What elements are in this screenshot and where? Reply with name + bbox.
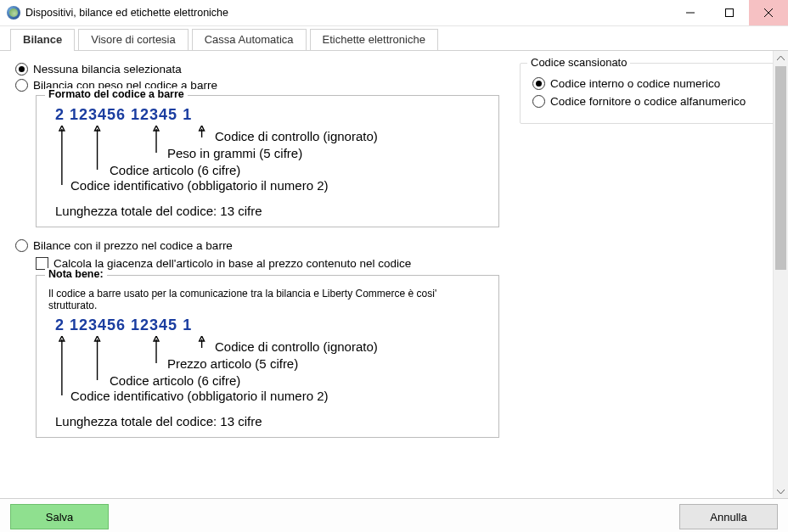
tab-row: Bilance Visore di cortesia Cassa Automat… (0, 26, 788, 51)
minimize-icon (686, 8, 695, 17)
label-id-weight: Codice identificativo (obbligatorio il n… (70, 178, 329, 193)
app-icon (7, 6, 20, 20)
barcode-note-box: Nota bene: Il codice a barre usato per l… (36, 275, 499, 438)
barcode-digits-price: 2 123456 12345 1 (55, 316, 487, 334)
label-price: Prezzo articolo (5 cifre) (167, 356, 298, 371)
cancel-button[interactable]: Annulla (679, 504, 778, 529)
vertical-scrollbar[interactable] (773, 51, 788, 498)
radio-internal[interactable] (532, 77, 545, 90)
radio-none[interactable] (15, 63, 28, 76)
label-length-price: Lunghezza totale del codice: 13 cifre (55, 414, 487, 428)
scroll-down-button[interactable] (774, 484, 788, 498)
save-button[interactable]: Salva (10, 504, 109, 529)
chevron-down-icon (777, 489, 785, 494)
tab-content: Nessuna bilancia selezionata Bilancia co… (0, 51, 773, 498)
maximize-icon (725, 8, 734, 17)
radio-internal-row[interactable]: Codice interno o codice numerico (532, 77, 762, 90)
window-title: Dispositivi, bilance ed etichette elettr… (25, 7, 228, 19)
label-control-weight: Codice di controllo (ignorato) (215, 129, 378, 143)
radio-none-row[interactable]: Nessuna bilancia selezionata (15, 63, 499, 76)
label-article-price: Codice articolo (6 cifre) (110, 373, 240, 388)
minimize-button[interactable] (671, 0, 710, 25)
titlebar: Dispositivi, bilance ed etichette elettr… (0, 0, 788, 26)
tab-cassa[interactable]: Cassa Automatica (192, 29, 307, 50)
barcode-note-legend: Nota bene: (45, 268, 107, 280)
label-article-weight: Codice articolo (6 cifre) (110, 163, 240, 177)
radio-weight[interactable] (15, 79, 28, 92)
tab-etichette[interactable]: Etichette elettroniche (310, 29, 438, 50)
tab-visore[interactable]: Visore di cortesia (78, 29, 188, 50)
radio-none-label: Nessuna bilancia selezionata (33, 63, 182, 76)
scanned-code-group: Codice scansionato Codice interno o codi… (520, 63, 773, 124)
scroll-up-button[interactable] (774, 51, 788, 65)
radio-price-row[interactable]: Bilance con il prezzo nel codice a barre (15, 239, 499, 252)
label-weight: Peso in grammi (5 cifre) (167, 146, 302, 160)
left-column: Nessuna bilancia selezionata Bilancia co… (15, 59, 499, 490)
scanned-code-label: Codice scansionato (527, 56, 630, 69)
close-icon (764, 8, 773, 17)
footer: Salva Annulla (0, 498, 788, 532)
barcode-digits-weight: 2 123456 12345 1 (55, 106, 487, 124)
radio-price-label: Bilance con il prezzo nel codice a barre (33, 239, 233, 252)
chevron-up-icon (777, 56, 785, 61)
radio-vendor-row[interactable]: Codice fornitore o codice alfanumerico (532, 95, 762, 108)
scroll-thumb[interactable] (775, 66, 786, 270)
close-button[interactable] (749, 0, 788, 25)
svg-rect-1 (726, 9, 734, 17)
right-column: Codice scansionato Codice interno o codi… (520, 59, 773, 490)
maximize-button[interactable] (710, 0, 749, 25)
barcode-format-legend: Formato del codice a barre (45, 88, 188, 100)
label-length-weight: Lunghezza totale del codice: 13 cifre (55, 204, 487, 218)
label-control-price: Codice di controllo (ignorato) (215, 339, 378, 354)
radio-price[interactable] (15, 239, 28, 252)
tab-bilance[interactable]: Bilance (10, 29, 75, 50)
barcode-format-box: Formato del codice a barre 2 123456 1234… (36, 95, 499, 227)
barcode-note-text: Il codice a barre usato per la comunicaz… (48, 288, 487, 311)
radio-internal-label: Codice interno o codice numerico (550, 77, 720, 90)
check-calc-label: Calcola la giacenza dell'articolo in bas… (53, 257, 411, 270)
label-id-price: Codice identificativo (obbligatorio il n… (70, 389, 329, 403)
radio-vendor[interactable] (532, 95, 545, 108)
radio-vendor-label: Codice fornitore o codice alfanumerico (550, 95, 746, 108)
client-area: Nessuna bilancia selezionata Bilancia co… (0, 51, 788, 498)
